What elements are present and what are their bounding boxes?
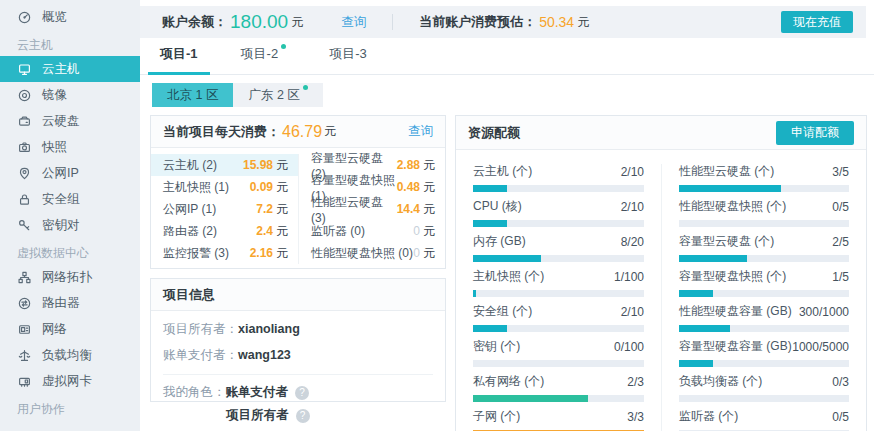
tab-project-2[interactable]: 项目-2 <box>236 44 292 74</box>
server-icon <box>17 62 32 77</box>
quota-progress-bar <box>473 325 644 332</box>
quota-progress-bar <box>679 220 849 227</box>
resource-quota-card: 资源配额 申请配额 云主机 (个)2/10 CPU (核)2/10 内存 (GB… <box>455 115 867 431</box>
sidebar-item-overview[interactable]: 概览 <box>0 4 140 30</box>
topbar: 账户余额： 180.00 元 查询 当前账户消费预估： 50.34 元 现在充值 <box>140 6 866 38</box>
quota-row-capacity-disk-snapshot: 容量型硬盘快照 (个)1/5 <box>679 269 849 297</box>
quota-progress-bar <box>473 185 644 192</box>
quota-row-capacity-disk-capacity: 容量型硬盘容量 (GB)1000/5000 <box>679 339 849 367</box>
consumption-row-host-snapshot[interactable]: 主机快照 (1)0.09元 <box>151 176 298 198</box>
sidebar-item-snapshot[interactable]: 快照 <box>0 134 140 160</box>
balance-value: 180.00 <box>230 11 288 33</box>
quota-progress-bar <box>473 360 644 367</box>
lock-icon <box>17 192 32 207</box>
quota-row-host-snapshot: 主机快照 (个)1/100 <box>473 269 644 297</box>
consumption-left-column: 云主机 (2)15.98元 主机快照 (1)0.09元 公网IP (1)7.2元… <box>151 154 298 264</box>
sidebar-item-label: 负载均衡 <box>42 347 92 364</box>
quota-progress-bar <box>679 290 849 297</box>
help-icon[interactable]: ? <box>296 409 310 423</box>
load-balancer-icon <box>17 348 32 363</box>
tab-project-3[interactable]: 项目-3 <box>324 45 372 74</box>
router-icon <box>17 296 32 311</box>
quota-row-cpu: CPU (核)2/10 <box>473 199 644 227</box>
sidebar-item-cloud-disk[interactable]: 云硬盘 <box>0 108 140 134</box>
consumption-row-performance-disk-snapshot[interactable]: 性能型硬盘快照 (0)0元 <box>299 242 445 264</box>
quota-body: 云主机 (个)2/10 CPU (核)2/10 内存 (GB)8/20 主机快照… <box>456 150 866 431</box>
quota-progress-bar <box>473 255 644 262</box>
sidebar-item-network-topology[interactable]: 网络拓扑 <box>0 264 140 290</box>
role-project-owner: 项目所有者 <box>226 407 289 424</box>
my-role-line-2: 项目所有者 ? <box>163 407 433 424</box>
consumption-row-public-ip[interactable]: 公网IP (1)7.2元 <box>151 198 298 220</box>
sidebar-item-label: 密钥对 <box>42 217 80 234</box>
sidebar-item-key-pair[interactable]: 密钥对 <box>0 212 140 238</box>
quota-row-key: 密钥 (个)0/100 <box>473 339 644 367</box>
balance-query-link[interactable]: 查询 <box>341 14 366 31</box>
project-owner-line: 项目所有者：xianoliang <box>163 321 433 338</box>
sidebar-item-public-ip[interactable]: 公网IP <box>0 160 140 186</box>
sidebar-item-label: 网络 <box>42 321 67 338</box>
sidebar-item-label: 快照 <box>42 139 67 156</box>
consumption-row-router[interactable]: 路由器 (2)2.4元 <box>151 220 298 242</box>
notification-dot <box>303 85 308 90</box>
estimate-label: 当前账户消费预估： <box>419 13 536 31</box>
topology-icon <box>17 270 32 285</box>
sidebar-section-cloud-host: 云主机 <box>0 30 140 56</box>
project-owner-value: xianoliang <box>238 322 300 336</box>
sidebar-item-image[interactable]: 镜像 <box>0 82 140 108</box>
quota-progress-bar <box>679 395 849 402</box>
sidebar-item-security-group[interactable]: 安全组 <box>0 186 140 212</box>
quota-progress-bar <box>473 395 644 402</box>
consumption-row-monitor-alarm[interactable]: 监控报警 (3)2.16元 <box>151 242 298 264</box>
gauge-icon <box>17 10 32 25</box>
region-guangdong-2[interactable]: 广东 2 区 <box>233 83 322 107</box>
consumption-total-value: 46.79 <box>282 123 322 141</box>
daily-consumption-card: 当前项目每天消费： 46.79 元 查询 云主机 (2)15.98元 主机快照 … <box>150 115 446 269</box>
quota-progress-bar <box>679 360 849 367</box>
sidebar-item-label: 云主机 <box>42 61 80 78</box>
region-beijing-1[interactable]: 北京 1 区 <box>152 83 233 107</box>
consumption-title: 当前项目每天消费： <box>163 123 280 141</box>
role-bill-payer: 账单支付者 <box>226 384 289 401</box>
sidebar-item-label: 公网IP <box>42 165 79 182</box>
quota-progress-bar <box>473 290 644 297</box>
quota-progress-bar <box>679 255 849 262</box>
quota-row-security-group: 安全组 (个)2/10 <box>473 304 644 332</box>
sidebar-item-network[interactable]: 网络 <box>0 316 140 342</box>
project-info-card: 项目信息 项目所有者：xianoliang 账单支付者：wang123 我的角色… <box>150 278 446 402</box>
project-tabs: 项目-1 项目-2 项目-3 <box>140 38 874 75</box>
balance-unit: 元 <box>291 14 303 31</box>
quota-row-load-balancer: 负载均衡器 (个)0/3 <box>679 374 849 402</box>
quota-row-listener: 监听器 (个)0/5 <box>679 409 849 431</box>
recharge-now-button[interactable]: 现在充值 <box>781 11 853 33</box>
sidebar-item-label: 网络拓扑 <box>42 269 92 286</box>
sidebar-item-virtual-nic[interactable]: 虚拟网卡 <box>0 368 140 394</box>
help-icon[interactable]: ? <box>295 386 309 400</box>
sidebar-item-cloud-host[interactable]: 云主机 <box>0 56 140 82</box>
consumption-card-header: 当前项目每天消费： 46.79 元 查询 <box>151 116 445 148</box>
apply-quota-button[interactable]: 申请配额 <box>776 121 854 145</box>
map-pin-icon <box>17 166 32 181</box>
consumption-row-cloud-host[interactable]: 云主机 (2)15.98元 <box>151 154 298 176</box>
info-divider <box>163 374 433 375</box>
bill-payer-value: wang123 <box>238 348 291 362</box>
consumption-row-listener[interactable]: 监听器 (0)0元 <box>299 220 445 242</box>
consumption-row-performance-disk[interactable]: 性能型云硬盘 (3)14.4元 <box>299 198 445 220</box>
consumption-right-column: 容量型云硬盘 (2)2.88元 容量型硬盘快照 (1)0.48元 性能型云硬盘 … <box>298 154 445 264</box>
quota-row-performance-disk-capacity: 性能型硬盘容量 (GB)300/1000 <box>679 304 849 332</box>
project-info-header: 项目信息 <box>151 279 445 311</box>
sidebar-item-label: 虚拟网卡 <box>42 373 92 390</box>
network-icon <box>17 322 32 337</box>
quota-title: 资源配额 <box>468 124 520 142</box>
quota-progress-bar <box>679 325 849 332</box>
sidebar-item-router[interactable]: 路由器 <box>0 290 140 316</box>
my-role-line-1: 我的角色： 账单支付者 ? <box>163 384 433 401</box>
project-info-body: 项目所有者：xianoliang 账单支付者：wang123 我的角色： 账单支… <box>151 311 445 424</box>
tab-project-1[interactable]: 项目-1 <box>155 45 203 74</box>
sidebar-item-label: 路由器 <box>42 295 80 312</box>
sidebar-item-label: 安全组 <box>42 191 80 208</box>
sidebar-item-load-balancer[interactable]: 负载均衡 <box>0 342 140 368</box>
consumption-query-link[interactable]: 查询 <box>408 123 433 140</box>
quota-card-header: 资源配额 申请配额 <box>456 116 866 150</box>
sidebar-section-virtual-dc: 虚拟数据中心 <box>0 238 140 264</box>
